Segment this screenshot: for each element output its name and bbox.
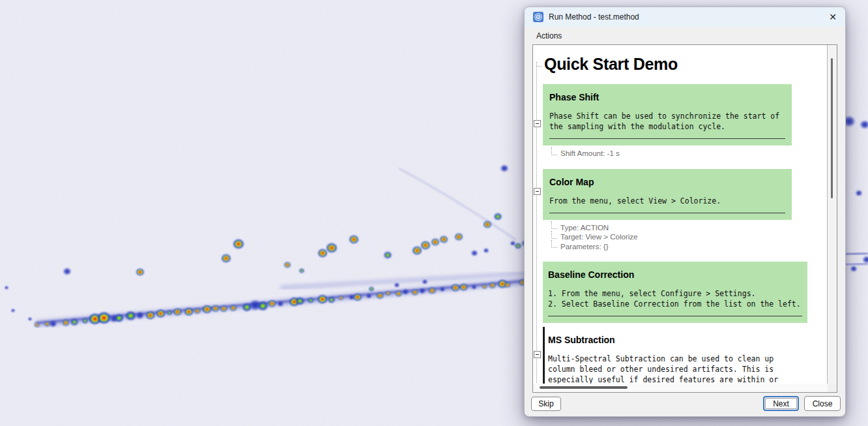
run-method-dialog: Run Method - test.method ✕ Actions Quick… xyxy=(524,7,846,417)
close-icon[interactable]: ✕ xyxy=(824,8,842,25)
window-title: Run Method - test.method xyxy=(549,12,639,22)
tree-elbow-icon xyxy=(551,240,557,248)
tree-item-label: Target: View > Colorize xyxy=(560,233,637,241)
tree-item-label: Type: ACTION xyxy=(560,224,609,232)
tree-collapse-icon[interactable] xyxy=(534,188,541,195)
next-button[interactable]: Next xyxy=(763,396,799,411)
tree-item-label: Parameters: {} xyxy=(560,243,609,251)
section-body: Multi-Spectral Subtraction can be used t… xyxy=(548,354,802,384)
section-divider xyxy=(549,138,785,139)
tree-elbow-icon xyxy=(551,147,557,155)
section-divider xyxy=(549,213,785,213)
section-title: MS Subtraction xyxy=(548,335,802,345)
menu-actions[interactable]: Actions xyxy=(532,29,566,43)
section-body: Phase Shift can be used to synchronize t… xyxy=(549,111,785,132)
section-title: Baseline Correction xyxy=(548,269,802,280)
section-body: From the menu, select View > Colorize. xyxy=(549,196,785,206)
tree-item[interactable]: Target: View > Colorize xyxy=(551,232,828,242)
section-title: Color Map xyxy=(549,177,785,187)
vertical-scrollbar-thumb[interactable] xyxy=(831,58,833,198)
menu-bar: Actions xyxy=(525,27,845,44)
section-color-map: Color MapFrom the menu, select View > Co… xyxy=(543,169,792,220)
tree-elbow-icon xyxy=(551,221,557,229)
tree-collapse-icon[interactable] xyxy=(534,120,541,127)
skip-button[interactable]: Skip xyxy=(531,397,561,411)
tree-item[interactable]: Type: ACTION xyxy=(551,223,828,233)
tree-item[interactable]: Parameters: {} xyxy=(551,242,828,252)
section-body: 1. From the menu, select Configure > Set… xyxy=(548,288,802,309)
desktop: Run Method - test.method ✕ Actions Quick… xyxy=(0,0,868,426)
method-content-panel: Quick Start Demo Phase ShiftPhase Shift … xyxy=(532,44,837,393)
tree-children: Type: ACTIONTarget: View > ColorizeParam… xyxy=(551,223,828,252)
scrollbar-corner xyxy=(828,384,837,392)
tree-collapse-icon[interactable] xyxy=(534,351,541,358)
tree-item[interactable]: Shift Amount: -1 s xyxy=(551,149,828,159)
section-divider xyxy=(548,316,802,316)
section-baseline-correction: Baseline Correction1. From the menu, sel… xyxy=(543,262,807,323)
tree-children: Shift Amount: -1 s xyxy=(551,149,828,159)
app-icon xyxy=(533,12,543,22)
section-title: Phase Shift xyxy=(549,92,785,102)
section-phase-shift: Phase ShiftPhase Shift can be used to sy… xyxy=(543,84,792,145)
page-title: Quick Start Demo xyxy=(544,54,828,74)
close-button[interactable]: Close xyxy=(804,396,841,411)
document-scroll-area: Quick Start Demo Phase ShiftPhase Shift … xyxy=(533,45,828,384)
dialog-titlebar[interactable]: Run Method - test.method ✕ xyxy=(525,7,845,27)
section-ms-subtraction: MS SubtractionMulti-Spectral Subtraction… xyxy=(543,327,807,384)
horizontal-scrollbar[interactable] xyxy=(533,384,828,392)
tree-elbow-icon xyxy=(551,231,557,239)
dialog-footer: Skip Next Close xyxy=(525,393,845,416)
doc-flow: Quick Start Demo Phase ShiftPhase Shift … xyxy=(533,45,828,384)
tree-item-label: Shift Amount: -1 s xyxy=(560,149,620,157)
vertical-scrollbar[interactable] xyxy=(827,45,837,384)
horizontal-scrollbar-thumb[interactable] xyxy=(540,386,628,389)
